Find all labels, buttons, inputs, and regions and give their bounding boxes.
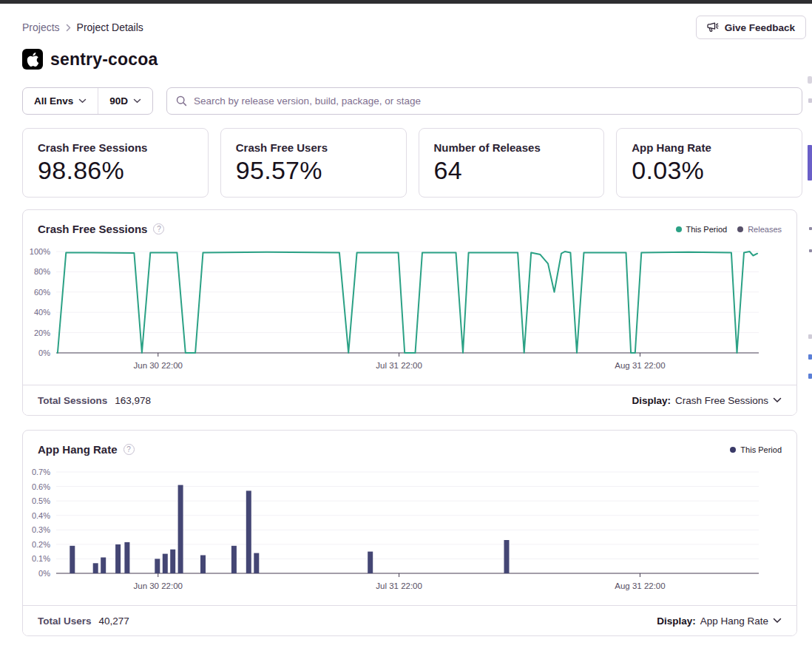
- legend-dot-icon: [730, 447, 736, 453]
- chevron-down-icon: [773, 618, 782, 624]
- stat-label: Crash Free Sessions: [38, 141, 193, 154]
- svg-text:Jul 31 22:00: Jul 31 22:00: [376, 361, 422, 370]
- crash-free-sessions-line-chart[interactable]: 0%20%40%60%80%100%Jun 30 22:00Jul 31 22:…: [23, 238, 796, 385]
- help-circle-icon[interactable]: ?: [153, 223, 164, 235]
- legend-item[interactable]: This Period: [730, 445, 782, 454]
- total-users-label: Total Users: [38, 615, 92, 627]
- total-sessions-value: 163,978: [115, 395, 151, 406]
- cutoff-element-fragment: [809, 227, 812, 230]
- app-hang-rate-chart-card: App Hang Rate ? This Period 0%0.1%0.2%0.…: [22, 430, 797, 636]
- svg-text:0.7%: 0.7%: [32, 468, 50, 476]
- svg-text:0.5%: 0.5%: [32, 496, 50, 505]
- display-label: Display:: [657, 615, 696, 627]
- svg-text:0.4%: 0.4%: [32, 511, 50, 520]
- breadcrumb-chevron-right-icon: [66, 24, 71, 32]
- chart-legend: This Period: [730, 445, 782, 454]
- cutoff-element-fragment: [808, 354, 812, 360]
- cutoff-element-fragment: [808, 76, 812, 84]
- environment-filter-button[interactable]: All Envs: [23, 88, 98, 114]
- legend-dot-icon: [676, 226, 682, 232]
- svg-text:0%: 0%: [38, 569, 50, 578]
- give-feedback-button[interactable]: Give Feedback: [696, 16, 806, 39]
- display-value: Crash Free Sessions: [675, 395, 768, 406]
- page-title: sentry-cocoa: [50, 50, 158, 70]
- svg-text:Aug 31 22:00: Aug 31 22:00: [615, 361, 665, 370]
- stat-label: App Hang Rate: [632, 141, 787, 154]
- filter-button-group: All Envs 90D: [22, 87, 153, 115]
- chart-footer: Total Users 40,277 Display: App Hang Rat…: [23, 605, 796, 635]
- cutoff-element-fragment: [809, 249, 812, 252]
- give-feedback-label: Give Feedback: [725, 22, 795, 33]
- svg-text:Jul 31 22:00: Jul 31 22:00: [376, 581, 422, 590]
- title-row: sentry-cocoa: [22, 47, 802, 72]
- help-circle-icon[interactable]: ?: [124, 444, 135, 455]
- chart-title: Crash Free Sessions: [38, 223, 147, 235]
- stat-card-crash-free-users: Crash Free Users 95.57%: [220, 128, 407, 198]
- stat-card-crash-free-sessions: Crash Free Sessions 98.86%: [22, 128, 209, 198]
- total-users-value: 40,277: [99, 615, 129, 627]
- svg-text:0.3%: 0.3%: [32, 525, 50, 534]
- svg-text:100%: 100%: [30, 247, 50, 256]
- date-range-filter-label: 90D: [109, 95, 128, 107]
- cutoff-element-fragment: [808, 145, 812, 181]
- chevron-down-icon: [773, 397, 782, 403]
- svg-text:Jun 30 22:00: Jun 30 22:00: [133, 581, 183, 590]
- stat-value: 98.86%: [38, 156, 193, 185]
- apple-platform-icon: [22, 49, 43, 70]
- breadcrumb-projects-link[interactable]: Projects: [22, 21, 60, 33]
- display-selector[interactable]: Display: Crash Free Sessions: [632, 395, 782, 406]
- legend-item[interactable]: This Period: [676, 225, 728, 234]
- crash-free-sessions-chart-card: Crash Free Sessions ? This PeriodRelease…: [22, 209, 797, 416]
- megaphone-icon: [707, 22, 719, 33]
- legend-label: Releases: [748, 225, 782, 234]
- svg-text:Aug 31 22:00: Aug 31 22:00: [615, 581, 665, 590]
- project-details-page: Projects Project Details Give Feedback s…: [22, 4, 802, 636]
- svg-text:60%: 60%: [34, 288, 50, 297]
- chart-footer: Total Sessions 163,978 Display: Crash Fr…: [23, 385, 796, 415]
- stat-value: 0.03%: [632, 156, 787, 185]
- svg-text:0.2%: 0.2%: [32, 540, 50, 549]
- legend-item[interactable]: Releases: [737, 225, 782, 234]
- stat-value: 95.57%: [236, 156, 391, 185]
- stats-row: Crash Free Sessions 98.86% Crash Free Us…: [22, 128, 802, 198]
- stat-card-number-of-releases: Number of Releases 64: [419, 128, 605, 198]
- svg-text:0%: 0%: [38, 348, 50, 357]
- breadcrumb-current: Project Details: [77, 21, 143, 33]
- environment-filter-label: All Envs: [34, 95, 73, 107]
- legend-label: This Period: [686, 225, 728, 234]
- chart-legend: This PeriodReleases: [676, 225, 782, 234]
- svg-text:0.1%: 0.1%: [32, 554, 50, 563]
- legend-dot-icon: [737, 226, 743, 232]
- stat-card-app-hang-rate: App Hang Rate 0.03%: [616, 128, 802, 198]
- stat-label: Crash Free Users: [236, 141, 391, 154]
- filter-row: All Envs 90D: [22, 87, 802, 115]
- chevron-down-icon: [133, 98, 141, 104]
- cutoff-element-fragment: [808, 334, 812, 339]
- chevron-down-icon: [78, 98, 87, 104]
- svg-text:Jun 30 22:00: Jun 30 22:00: [133, 361, 183, 370]
- legend-label: This Period: [740, 445, 782, 454]
- display-selector[interactable]: Display: App Hang Rate: [657, 615, 782, 627]
- search-icon: [176, 95, 187, 107]
- date-range-filter-button[interactable]: 90D: [98, 88, 152, 114]
- stat-value: 64: [434, 156, 589, 185]
- display-value: App Hang Rate: [700, 615, 768, 627]
- chart-header: App Hang Rate ? This Period: [23, 431, 796, 459]
- release-search-input[interactable]: [194, 95, 793, 107]
- release-search-box: [166, 87, 802, 115]
- svg-text:80%: 80%: [34, 267, 50, 276]
- cutoff-element-fragment: [808, 98, 812, 103]
- svg-text:0.6%: 0.6%: [32, 482, 50, 491]
- breadcrumb: Projects Project Details: [22, 21, 143, 33]
- header-row: Projects Project Details Give Feedback: [22, 16, 802, 39]
- stat-label: Number of Releases: [434, 141, 589, 154]
- chart-header: Crash Free Sessions ? This PeriodRelease…: [23, 210, 796, 238]
- display-label: Display:: [632, 395, 671, 406]
- app-hang-rate-bar-chart[interactable]: 0%0.1%0.2%0.3%0.4%0.5%0.6%0.7%Jun 30 22:…: [23, 459, 796, 605]
- svg-text:20%: 20%: [34, 328, 50, 337]
- cutoff-element-fragment: [808, 374, 812, 379]
- svg-text:40%: 40%: [34, 308, 50, 317]
- chart-title: App Hang Rate: [38, 443, 118, 456]
- total-sessions-label: Total Sessions: [38, 395, 107, 406]
